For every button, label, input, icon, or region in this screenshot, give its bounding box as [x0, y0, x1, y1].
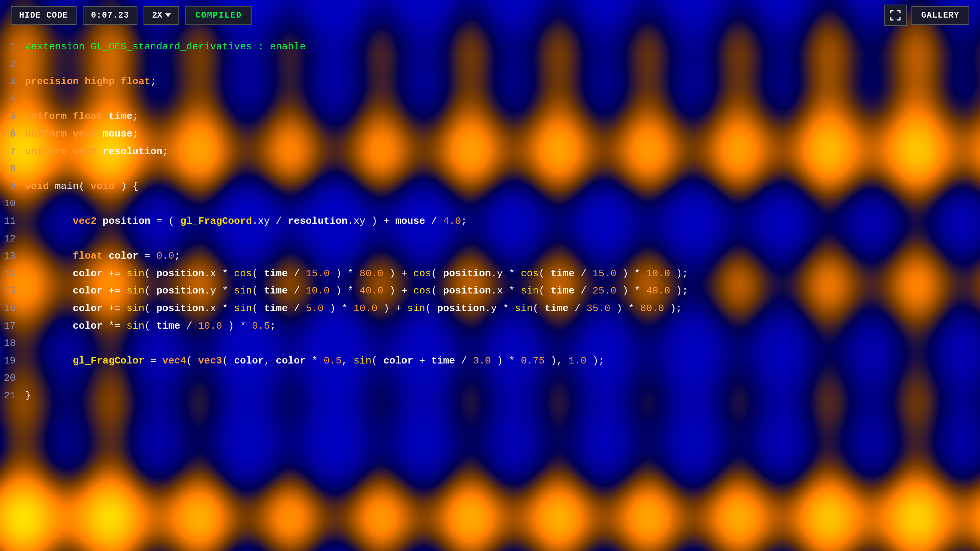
line-number: 19 — [4, 352, 25, 370]
line-number: 10 — [4, 195, 25, 213]
zoom-control[interactable]: 1X 2X 4X — [144, 6, 179, 25]
code-panel: 1#extension GL_OES_standard_derivatives … — [0, 31, 421, 412]
line-number: 20 — [4, 370, 25, 387]
code-line: uniform float time; — [25, 108, 688, 126]
table-row: 12 — [4, 230, 688, 248]
line-number: 9 — [4, 178, 25, 196]
code-line: uniform vec2 resolution; — [25, 143, 688, 161]
line-number: 6 — [4, 126, 25, 143]
table-row: 6uniform vec2 mouse; — [4, 126, 688, 143]
code-line: void main( void ) { — [25, 178, 688, 196]
table-row: 11 vec2 position = ( gl_FragCoord.xy / r… — [4, 213, 688, 230]
code-line: uniform vec2 mouse; — [25, 126, 688, 143]
line-number: 18 — [4, 335, 25, 352]
line-number: 15 — [4, 282, 25, 300]
code-line: precision highp float; — [25, 73, 688, 91]
code-line — [25, 56, 688, 73]
table-row: 20 — [4, 370, 688, 387]
table-row: 21} — [4, 387, 688, 405]
table-row: 15 color += sin( position.y * sin( time … — [4, 282, 688, 300]
fullscreen-icon — [890, 10, 901, 21]
compiled-button[interactable]: COMPILED — [185, 6, 252, 25]
table-row: 17 color *= sin( time / 10.0 ) * 0.5; — [4, 318, 688, 335]
code-line: color *= sin( time / 10.0 ) * 0.5; — [25, 318, 688, 335]
table-row: 5uniform float time; — [4, 108, 688, 126]
gallery-button[interactable]: GALLERY — [911, 6, 969, 25]
code-line — [25, 335, 688, 352]
table-row: 3precision highp float; — [4, 73, 688, 91]
line-number: 21 — [4, 387, 25, 405]
line-number: 13 — [4, 248, 25, 265]
toolbar: HIDE CODE 0:07.23 1X 2X 4X COMPILED — [0, 0, 980, 31]
zoom-select[interactable]: 1X 2X 4X — [152, 11, 162, 20]
table-row: 16 color += sin( position.x * sin( time … — [4, 300, 688, 318]
fullscreen-button[interactable] — [884, 5, 907, 26]
line-number: 5 — [4, 108, 25, 126]
table-row: 14 color += sin( position.x * cos( time … — [4, 265, 688, 283]
line-number: 2 — [4, 56, 25, 73]
table-row: 9void main( void ) { — [4, 178, 688, 196]
table-row: 19 gl_FragColor = vec4( vec3( color, col… — [4, 352, 688, 370]
table-row: 18 — [4, 335, 688, 352]
code-line — [25, 370, 688, 387]
code-line — [25, 91, 688, 108]
timer-button[interactable]: 0:07.23 — [83, 6, 137, 25]
line-number: 8 — [4, 160, 25, 178]
code-line: color += sin( position.x * sin( time / 5… — [25, 300, 688, 318]
line-number: 3 — [4, 73, 25, 91]
table-row: 8 — [4, 160, 688, 178]
code-line: float color = 0.0; — [25, 248, 688, 265]
table-row: 2 — [4, 56, 688, 73]
code-line — [25, 195, 688, 213]
table-row: 7uniform vec2 resolution; — [4, 143, 688, 161]
code-line — [25, 160, 688, 178]
line-number: 14 — [4, 265, 25, 283]
line-number: 7 — [4, 143, 25, 161]
code-line — [25, 230, 688, 248]
code-line: color += sin( position.x * cos( time / 1… — [25, 265, 688, 283]
line-number: 17 — [4, 318, 25, 335]
line-number: 1 — [4, 38, 25, 56]
table-row: 4 — [4, 91, 688, 108]
hide-code-button[interactable]: HIDE CODE — [11, 6, 77, 25]
line-number: 12 — [4, 230, 25, 248]
table-row: 1#extension GL_OES_standard_derivatives … — [4, 38, 688, 56]
code-table: 1#extension GL_OES_standard_derivatives … — [4, 38, 688, 404]
code-line: } — [25, 387, 688, 405]
table-row: 10 — [4, 195, 688, 213]
code-line: gl_FragColor = vec4( vec3( color, color … — [25, 352, 688, 370]
code-line: #extension GL_OES_standard_derivatives :… — [25, 38, 688, 56]
line-number: 4 — [4, 91, 25, 108]
line-number: 11 — [4, 213, 25, 230]
code-line: vec2 position = ( gl_FragCoord.xy / reso… — [25, 213, 688, 230]
line-number: 16 — [4, 300, 25, 318]
code-line: color += sin( position.y * sin( time / 1… — [25, 282, 688, 300]
table-row: 13 float color = 0.0; — [4, 248, 688, 265]
chevron-down-icon — [165, 13, 171, 17]
toolbar-right: GALLERY — [873, 0, 980, 31]
